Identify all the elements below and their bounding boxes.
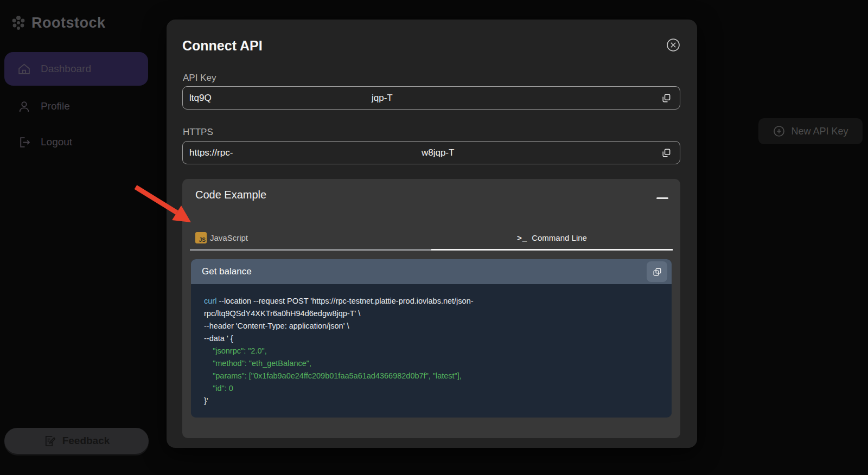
rootstock-logo-icon — [10, 14, 27, 31]
connect-api-modal: Connect API API Key ltq9Q jqp-T HTTPS ht… — [167, 20, 697, 448]
user-icon — [17, 100, 31, 113]
modal-title: Connect API — [182, 38, 263, 54]
code-token: "method": "eth_getBalance", — [204, 359, 311, 368]
code-snippet-body[interactable]: curl --location --request POST 'https://… — [191, 284, 672, 418]
code-token: "id": 0 — [204, 384, 233, 393]
api-key-value-start: ltq9Q — [189, 93, 212, 104]
api-key-value-end: jqp-T — [372, 93, 393, 104]
new-api-key-button[interactable]: New API Key — [758, 118, 863, 144]
code-snippet-header: Get balance — [191, 259, 672, 284]
tab-underline — [190, 249, 431, 251]
code-token: }' — [204, 396, 208, 405]
api-key-label: API Key — [183, 73, 216, 84]
https-value-end: w8jqp-T — [422, 147, 470, 158]
code-token: --location --request POST 'https://rpc-t… — [216, 297, 473, 305]
code-snippet-block: Get balance curl --location --request PO… — [191, 259, 672, 418]
code-token: "jsonrpc": "2.0", — [204, 346, 267, 355]
feedback-button[interactable]: Feedback — [4, 428, 149, 454]
https-value-start: https://rpc- — [189, 147, 233, 158]
collapse-button[interactable] — [656, 194, 668, 202]
code-token: "params": ["0x1fab9a0e24ffc209b01faa5a61… — [204, 371, 462, 380]
app-root: Rootstock Dashboard Profile Logout Feedb… — [0, 0, 868, 475]
code-example-title: Code Example — [195, 189, 266, 201]
code-line: }' — [204, 395, 659, 407]
copy-api-key-button[interactable] — [659, 91, 673, 105]
code-token: curl — [204, 297, 216, 305]
terminal-prompt-icon: >_ — [517, 233, 527, 242]
home-icon — [17, 62, 31, 76]
copy-icon — [652, 267, 662, 277]
logout-icon — [17, 136, 31, 149]
https-label: HTTPS — [183, 127, 213, 138]
code-line: "jsonrpc": "2.0", — [204, 345, 659, 357]
sidebar-item-logout[interactable]: Logout — [4, 127, 148, 157]
close-icon — [666, 37, 681, 53]
minus-icon — [656, 197, 668, 199]
code-line: --data ' { — [204, 332, 659, 345]
code-language-tabs: JS JavaScript >_ Command Line — [190, 224, 673, 251]
new-api-key-label: New API Key — [791, 126, 848, 137]
logo-text: Rootstock — [31, 15, 106, 31]
js-badge-icon: JS — [195, 232, 207, 243]
api-key-field[interactable]: ltq9Q jqp-T — [182, 86, 680, 110]
code-line: "method": "eth_getBalance", — [204, 357, 659, 370]
code-token: rpc/ltq9QSdY4XKTr6a0hH94d6edgw8jqp-T' \ — [204, 309, 360, 318]
code-token: --header 'Content-Type: application/json… — [204, 322, 349, 330]
tab-underline-active — [431, 249, 673, 251]
code-line: rpc/ltq9QSdY4XKTr6a0hH94d6edgw8jqp-T' \ — [204, 307, 659, 320]
plus-circle-icon — [773, 125, 786, 138]
feedback-label: Feedback — [62, 435, 110, 447]
sidebar-item-profile[interactable]: Profile — [4, 91, 148, 121]
copy-https-button[interactable] — [659, 146, 673, 160]
tab-javascript-label: JavaScript — [210, 233, 248, 242]
code-snippet-title: Get balance — [202, 266, 252, 277]
copy-icon — [661, 147, 672, 158]
sidebar-item-label: Profile — [41, 100, 70, 112]
tab-command-line-label: Command Line — [532, 233, 587, 242]
code-line: "id": 0 — [204, 382, 659, 395]
sidebar-item-dashboard[interactable]: Dashboard — [4, 52, 148, 86]
close-button[interactable] — [666, 37, 681, 53]
tab-javascript[interactable]: JS JavaScript — [190, 224, 431, 251]
tab-command-line[interactable]: >_ Command Line — [431, 224, 673, 251]
code-example-card: Code Example JS JavaScript >_ Command Li… — [182, 179, 680, 438]
copy-icon — [661, 93, 672, 104]
rootstock-logo: Rootstock — [10, 14, 106, 31]
copy-code-button[interactable] — [647, 261, 667, 282]
https-field[interactable]: https://rpc- w8jqp-T — [182, 141, 680, 164]
code-token: --data ' { — [204, 334, 233, 343]
sidebar-item-label: Logout — [41, 136, 72, 148]
feedback-icon — [43, 435, 56, 447]
code-line: curl --location --request POST 'https://… — [204, 295, 659, 307]
code-line: --header 'Content-Type: application/json… — [204, 320, 659, 332]
code-line: "params": ["0x1fab9a0e24ffc209b01faa5a61… — [204, 370, 659, 382]
sidebar-item-label: Dashboard — [41, 63, 91, 75]
